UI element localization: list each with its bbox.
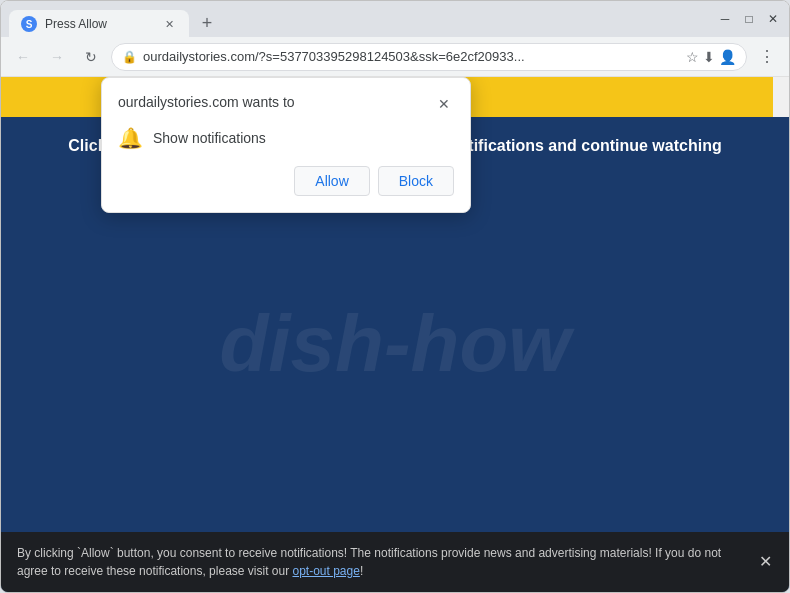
- tab-favicon: S: [21, 16, 37, 32]
- banner-text-end: !: [360, 564, 363, 578]
- popup-buttons: Allow Block: [118, 166, 454, 196]
- bookmark-icon[interactable]: ☆: [686, 49, 699, 65]
- block-button[interactable]: Block: [378, 166, 454, 196]
- notification-popup: ourdailystories.com wants to ✕ 🔔 Show no…: [101, 77, 471, 213]
- url-text: ourdailystories.com/?s=53770339529812450…: [143, 49, 680, 64]
- minimize-button[interactable]: ─: [717, 12, 733, 26]
- opt-out-link[interactable]: opt-out page: [292, 564, 359, 578]
- account-icon[interactable]: 👤: [719, 49, 736, 65]
- active-tab[interactable]: S Press Allow ✕: [9, 10, 189, 38]
- bottom-banner: By clicking `Allow` button, you consent …: [1, 532, 789, 592]
- banner-text: By clicking `Allow` button, you consent …: [17, 544, 749, 580]
- refresh-button[interactable]: ↻: [77, 43, 105, 71]
- address-bar: ← → ↻ 🔒 ourdailystories.com/?s=537703395…: [1, 37, 789, 77]
- tab-title: Press Allow: [45, 17, 153, 31]
- popup-title: ourdailystories.com wants to: [118, 94, 295, 110]
- banner-text-content: By clicking `Allow` button, you consent …: [17, 546, 721, 578]
- allow-button[interactable]: Allow: [294, 166, 369, 196]
- back-button[interactable]: ←: [9, 43, 37, 71]
- popup-close-button[interactable]: ✕: [434, 94, 454, 114]
- lock-icon: 🔒: [122, 50, 137, 64]
- close-window-button[interactable]: ✕: [765, 12, 781, 26]
- browser-window: S Press Allow ✕ + ─ □ ✕ ← → ↻ 🔒 ourdaily…: [0, 0, 790, 593]
- url-bar[interactable]: 🔒 ourdailystories.com/?s=537703395298124…: [111, 43, 747, 71]
- window-controls: ─ □ ✕: [717, 12, 781, 26]
- url-icons: ☆ ⬇ 👤: [686, 49, 736, 65]
- popup-notification-text: Show notifications: [153, 130, 266, 146]
- popup-notification-row: 🔔 Show notifications: [118, 126, 454, 150]
- popup-header: ourdailystories.com wants to ✕: [118, 94, 454, 114]
- bell-icon: 🔔: [118, 126, 143, 150]
- menu-button[interactable]: ⋮: [753, 43, 781, 71]
- tab-bar: S Press Allow ✕ +: [9, 1, 713, 37]
- new-tab-button[interactable]: +: [193, 9, 221, 37]
- tab-close-button[interactable]: ✕: [161, 16, 177, 32]
- banner-close-button[interactable]: ✕: [753, 550, 777, 574]
- download-icon[interactable]: ⬇: [703, 49, 715, 65]
- forward-button[interactable]: →: [43, 43, 71, 71]
- maximize-button[interactable]: □: [741, 12, 757, 26]
- background-watermark: dish-how: [219, 298, 570, 390]
- page-content: dish-how 98% Click the «Allow» button to…: [1, 77, 789, 592]
- title-bar: S Press Allow ✕ + ─ □ ✕: [1, 1, 789, 37]
